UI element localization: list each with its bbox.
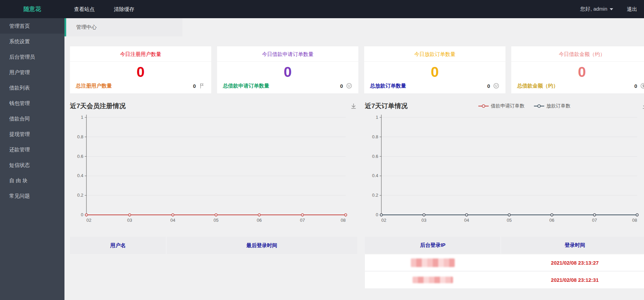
content-area: 今日注册用户数量 0 总注册用户数量 0 今日借款申请订单数量 (64, 36, 644, 288)
card-footer: 总借款金额（约） 0 (511, 82, 644, 94)
sidebar-item-repayment-management[interactable]: 还款管理 (0, 142, 64, 157)
svg-text:0.4: 0.4 (77, 173, 83, 178)
card-footer-value: 0 (193, 83, 196, 89)
svg-text:06: 06 (549, 218, 554, 223)
legend-item-loan-applications[interactable]: 借款申请订单数 (478, 103, 524, 109)
column-header-username[interactable]: 用户名 (70, 237, 166, 254)
sidebar-item-wallet-management[interactable]: 钱包管理 (0, 95, 64, 111)
view-site-link[interactable]: 查看站点 (64, 0, 104, 18)
card-footer-value: 0 (634, 83, 637, 89)
legend-label: 放款订单数 (546, 103, 570, 109)
ip-cell (365, 254, 501, 271)
svg-text:0.4: 0.4 (372, 173, 378, 178)
stat-cards-row: 今日注册用户数量 0 总注册用户数量 0 今日借款申请订单数量 (70, 46, 644, 93)
chart-title: 近7天会员注册情况 (70, 102, 126, 111)
card-title: 今日借款金额（约） (511, 46, 644, 62)
svg-text:06: 06 (257, 218, 262, 223)
greeting-label: 您好, admin (580, 6, 607, 12)
top-navbar: 随意花 查看站点 清除缓存 您好, admin 退出 (0, 0, 644, 18)
download-icon[interactable] (641, 102, 644, 110)
card-footer-label: 总借款申请订单数量 (223, 83, 269, 89)
svg-text:0.6: 0.6 (77, 154, 83, 159)
sidebar-item-user-management[interactable]: 用户管理 (0, 65, 64, 80)
sidebar-item-admin-home[interactable]: 管理首页 (0, 18, 64, 34)
app-logo[interactable]: 随意花 (0, 5, 64, 13)
legend-line-marker-icon (478, 104, 489, 108)
sidebar-item-backend-admins[interactable]: 后台管理员 (0, 49, 64, 65)
users-login-table: 用户名 最后登录时间 (70, 237, 357, 254)
card-value: 0 (217, 62, 358, 82)
sidebar-nav: 管理首页 系统设置 后台管理员 用户管理 借款列表 钱包管理 借款合同 提现管理… (0, 18, 64, 300)
svg-text:08: 08 (341, 218, 346, 223)
table-row[interactable]: 2021/02/08 23:12:31 (365, 271, 644, 288)
table-row[interactable]: 2021/02/08 23:13:27 (365, 254, 644, 271)
chart-panel-registrations: 近7天会员注册情况 00.20.40.60.8102030405060708 (70, 100, 357, 229)
clear-cache-link[interactable]: 清除缓存 (104, 0, 144, 18)
chart-title: 近7天订单情况 (365, 102, 408, 111)
line-chart-registrations: 00.20.40.60.8102030405060708 (70, 112, 357, 229)
page-layout: 管理首页 系统设置 后台管理员 用户管理 借款列表 钱包管理 借款合同 提现管理… (0, 18, 644, 300)
sidebar-item-withdraw-management[interactable]: 提现管理 (0, 126, 64, 142)
sidebar-item-sms-status[interactable]: 短信状态 (0, 157, 64, 173)
card-today-loan-amount: 今日借款金额（约） 0 总借款金额（约） 0 (511, 46, 644, 93)
sidebar-item-loan-list[interactable]: 借款列表 (0, 80, 64, 95)
chart-legend: 借款申请订单数 放款订单数 (478, 103, 570, 109)
card-footer: 总借款申请订单数量 0 (217, 82, 358, 94)
svg-text:07: 07 (300, 218, 305, 223)
card-footer-value: 0 (487, 83, 490, 89)
svg-text:04: 04 (170, 218, 175, 223)
logout-button[interactable]: 退出 (618, 0, 644, 18)
chart-header: 近7天会员注册情况 (70, 100, 357, 112)
card-today-disbursed-orders: 今日放款订单数量 0 总放款订单数量 0 (364, 46, 505, 93)
svg-text:0: 0 (376, 212, 378, 217)
card-footer-label: 总借款金额（约） (517, 83, 558, 89)
card-title: 今日放款订单数量 (364, 46, 505, 62)
charts-row: 近7天会员注册情况 00.20.40.60.8102030405060708 近… (70, 100, 644, 229)
chart-panel-orders: 近7天订单情况 借款申请订单数 (365, 100, 644, 229)
legend-line-marker-icon (534, 104, 544, 108)
line-chart-orders: 00.20.40.60.8102030405060708 (365, 112, 644, 229)
ip-cell (365, 271, 501, 288)
svg-text:0.2: 0.2 (77, 193, 83, 198)
svg-text:05: 05 (507, 218, 512, 223)
column-header-login-time[interactable]: 登录时间 (501, 237, 644, 254)
legend-item-disbursed-orders[interactable]: 放款订单数 (534, 103, 570, 109)
svg-text:08: 08 (632, 218, 637, 223)
column-header-last-login-time[interactable]: 最后登录时间 (166, 237, 357, 254)
svg-text:03: 03 (127, 218, 132, 223)
download-icon[interactable] (350, 102, 357, 110)
tab-admin-center[interactable]: 管理中心 (64, 18, 182, 36)
sidebar-item-system-settings[interactable]: 系统设置 (0, 34, 64, 49)
redacted-ip (413, 277, 453, 283)
flag-icon (199, 82, 205, 89)
svg-text:02: 02 (381, 218, 386, 223)
svg-text:03: 03 (421, 218, 426, 223)
card-value: 0 (364, 62, 505, 82)
card-title: 今日注册用户数量 (70, 46, 211, 62)
legend-label: 借款申请订单数 (491, 103, 524, 109)
card-footer-label: 总注册用户数量 (76, 83, 112, 89)
tables-row: 用户名 最后登录时间 后台登录IP 登录时间 (70, 237, 644, 288)
sidebar-item-free-block[interactable]: 自 由 块 (0, 173, 64, 188)
card-value: 0 (70, 62, 211, 82)
redacted-ip (411, 258, 455, 267)
card-footer-label: 总放款订单数量 (370, 83, 406, 89)
user-menu[interactable]: 您好, admin (580, 6, 613, 12)
svg-text:0: 0 (81, 212, 83, 217)
chart-header: 近7天订单情况 借款申请订单数 (365, 100, 644, 112)
time-cell: 2021/02/08 23:13:27 (501, 254, 644, 271)
svg-text:05: 05 (214, 218, 218, 223)
card-today-registered-users: 今日注册用户数量 0 总注册用户数量 0 (70, 46, 211, 93)
sidebar-item-faq[interactable]: 常见问题 (0, 188, 64, 204)
card-today-loan-applications: 今日借款申请订单数量 0 总借款申请订单数量 0 (217, 46, 358, 93)
card-footer-value: 0 (340, 83, 343, 89)
svg-text:1: 1 (81, 115, 83, 120)
card-footer: 总注册用户数量 0 (70, 82, 211, 94)
card-footer: 总放款订单数量 0 (364, 82, 505, 94)
sidebar-item-loan-contract[interactable]: 借款合同 (0, 111, 64, 126)
card-title: 今日借款申请订单数量 (217, 46, 358, 62)
column-header-admin-login-ip[interactable]: 后台登录IP (365, 237, 501, 254)
svg-text:07: 07 (592, 218, 597, 223)
svg-text:0.8: 0.8 (372, 134, 378, 139)
admin-login-table: 后台登录IP 登录时间 2021/02/08 23:13:27 2021/02/… (365, 237, 644, 288)
